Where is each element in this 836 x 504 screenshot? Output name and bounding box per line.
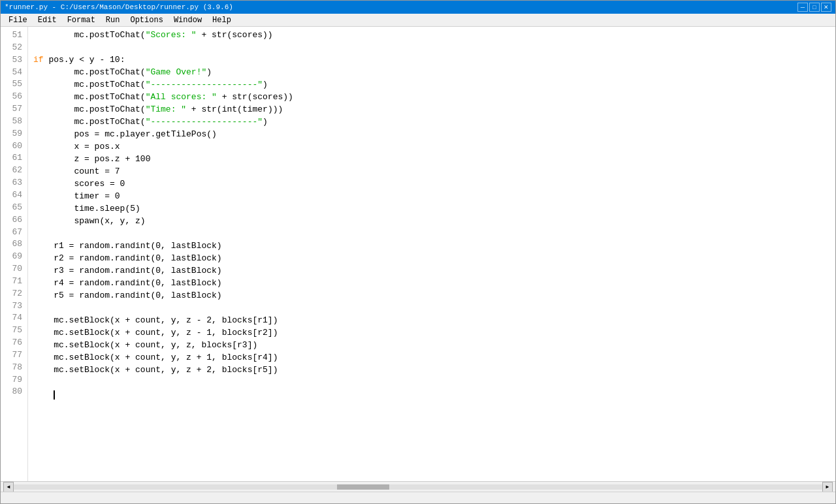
line-number-60: 60	[3, 140, 22, 153]
code-line-69: r2 = random.randint(0, lastBlock)	[33, 253, 830, 265]
code-line-64: timer = 0	[33, 191, 830, 203]
line-number-64: 64	[3, 189, 22, 202]
status-bar	[1, 492, 835, 503]
code-editor[interactable]: mc.postToChat("Scores: " + str(scores))i…	[28, 27, 835, 481]
title-text: *runner.py - C:/Users/Mason/Desktop/runn…	[5, 3, 233, 11]
line-number-71: 71	[3, 276, 22, 288]
code-line-53: if pos.y < y - 10:	[33, 54, 830, 67]
menu-options[interactable]: Options	[125, 15, 168, 25]
menu-format[interactable]: Format	[62, 15, 101, 25]
line-number-65: 65	[3, 202, 22, 214]
line-number-56: 56	[3, 91, 22, 103]
line-number-63: 63	[3, 177, 22, 189]
scroll-left-arrow[interactable]: ◀	[3, 482, 14, 492]
code-line-77: mc.setBlock(x + count, y, z + 1, blocks[…	[33, 352, 830, 364]
title-bar-left: *runner.py - C:/Users/Mason/Desktop/runn…	[5, 3, 233, 11]
line-number-72: 72	[3, 288, 22, 300]
code-line-56: mc.postToChat("All scores: " + str(score…	[33, 91, 830, 104]
scroll-right-arrow[interactable]: ▶	[822, 482, 833, 492]
title-bar-controls: ─ □ ✕	[797, 3, 831, 12]
code-line-66: spawn(x, y, z)	[33, 215, 830, 228]
line-number-58: 58	[3, 116, 22, 128]
scroll-thumb[interactable]	[337, 484, 389, 490]
code-line-72: r5 = random.randint(0, lastBlock)	[33, 290, 830, 302]
code-line-57: mc.postToChat("Time: " + str(int(timer))…	[33, 104, 830, 116]
horizontal-scrollbar[interactable]: ◀ ▶	[1, 481, 835, 492]
line-number-51: 51	[3, 29, 22, 42]
line-numbers: 5152535455565758596061626364656667686970…	[1, 27, 28, 481]
code-line-54: mc.postToChat("Game Over!")	[33, 67, 830, 79]
code-line-76: mc.setBlock(x + count, y, z, blocks[r3])	[33, 339, 830, 352]
code-line-62: count = 7	[33, 166, 830, 178]
line-number-69: 69	[3, 251, 22, 263]
minimize-button[interactable]: ─	[797, 3, 808, 12]
menu-run[interactable]: Run	[101, 15, 125, 25]
line-number-70: 70	[3, 263, 22, 276]
line-number-68: 68	[3, 238, 22, 251]
code-line-60: x = pos.x	[33, 141, 830, 153]
main-window: *runner.py - C:/Users/Mason/Desktop/runn…	[0, 0, 836, 504]
title-bar: *runner.py - C:/Users/Mason/Desktop/runn…	[1, 1, 835, 14]
line-number-55: 55	[3, 78, 22, 91]
code-line-71: r4 = random.randint(0, lastBlock)	[33, 277, 830, 290]
code-line-80	[33, 389, 830, 402]
line-number-74: 74	[3, 312, 22, 324]
code-line-79	[33, 377, 830, 389]
code-line-52	[33, 42, 830, 54]
code-line-67	[33, 228, 830, 240]
code-line-58: mc.postToChat("---------------------")	[33, 116, 830, 129]
code-line-61: z = pos.z + 100	[33, 153, 830, 166]
code-line-74: mc.setBlock(x + count, y, z - 2, blocks[…	[33, 315, 830, 327]
menu-file[interactable]: File	[3, 15, 33, 25]
code-line-68: r1 = random.randint(0, lastBlock)	[33, 240, 830, 253]
editor-area: 5152535455565758596061626364656667686970…	[1, 27, 835, 481]
line-number-73: 73	[3, 300, 22, 313]
menu-bar: File Edit Format Run Options Window Help	[1, 14, 835, 27]
menu-window[interactable]: Window	[169, 15, 207, 25]
line-number-76: 76	[3, 337, 22, 349]
line-number-75: 75	[3, 324, 22, 337]
line-number-77: 77	[3, 349, 22, 362]
code-line-55: mc.postToChat("---------------------")	[33, 79, 830, 91]
code-line-51: mc.postToChat("Scores: " + str(scores))	[33, 29, 830, 42]
menu-edit[interactable]: Edit	[33, 15, 62, 25]
code-line-65: time.sleep(5)	[33, 203, 830, 215]
line-number-62: 62	[3, 165, 22, 177]
line-number-66: 66	[3, 214, 22, 227]
code-line-78: mc.setBlock(x + count, y, z + 2, blocks[…	[33, 364, 830, 377]
line-number-78: 78	[3, 362, 22, 374]
line-number-59: 59	[3, 128, 22, 140]
line-number-67: 67	[3, 227, 22, 239]
code-line-75: mc.setBlock(x + count, y, z - 1, blocks[…	[33, 327, 830, 339]
line-number-53: 53	[3, 54, 22, 67]
close-button[interactable]: ✕	[821, 3, 831, 12]
menu-help[interactable]: Help	[207, 15, 236, 25]
line-number-52: 52	[3, 42, 22, 54]
line-number-61: 61	[3, 152, 22, 165]
scroll-track[interactable]	[14, 484, 822, 490]
line-number-80: 80	[3, 386, 22, 398]
code-line-63: scores = 0	[33, 178, 830, 191]
maximize-button[interactable]: □	[809, 3, 820, 12]
line-number-54: 54	[3, 67, 22, 79]
line-number-57: 57	[3, 103, 22, 116]
code-line-59: pos = mc.player.getTilePos()	[33, 129, 830, 141]
line-number-79: 79	[3, 374, 22, 386]
code-line-70: r3 = random.randint(0, lastBlock)	[33, 265, 830, 277]
code-line-73	[33, 302, 830, 315]
